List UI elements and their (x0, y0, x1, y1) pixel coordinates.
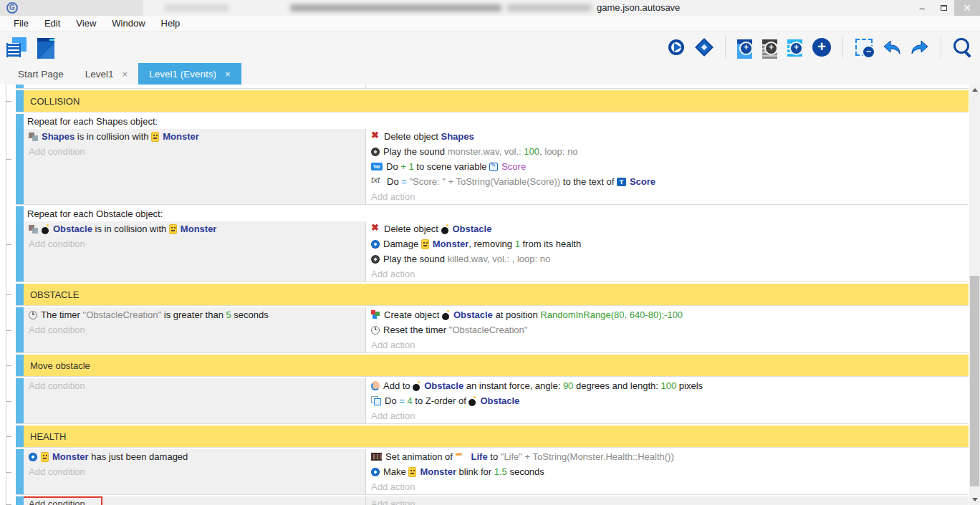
event-drag-handle[interactable] (16, 85, 24, 88)
menu-view[interactable]: View (68, 18, 104, 29)
tab-start-page[interactable]: Start Page (7, 63, 75, 85)
text-segment: Play the sound (383, 146, 448, 157)
search-icon[interactable] (951, 37, 973, 58)
maximize-icon[interactable] (933, 0, 954, 16)
close-tab-icon[interactable]: × (123, 69, 128, 80)
actions-column[interactable]: Set animation of Life to "Life" + ToStri… (365, 449, 969, 494)
event-action[interactable]: Add to Obstacle an instant force, angle:… (366, 378, 969, 393)
event-action[interactable]: Play the sound killed.wav, vol.: , loop:… (366, 251, 969, 266)
event-group-header[interactable]: HEALTH (24, 425, 969, 447)
play-icon[interactable] (668, 39, 684, 55)
event-condition[interactable]: The timer "ObstacleCreation" is greater … (24, 307, 365, 322)
menu-edit[interactable]: Edit (37, 18, 68, 29)
event-action[interactable]: Do = 4 to Z-order of Obstacle (366, 393, 969, 408)
event-action[interactable]: Delete object Obstacle (366, 221, 969, 236)
add-condition-button[interactable]: Add condition (24, 378, 365, 393)
event-group-header[interactable]: Move obstacle (24, 355, 969, 376)
add-comment-icon[interactable] (786, 38, 802, 54)
add-condition-button[interactable]: Add condition (24, 322, 365, 337)
add-action-button[interactable]: Add action (366, 479, 969, 494)
repeat-event-header[interactable]: Repeat for each Shapes object: (24, 114, 969, 129)
event-block[interactable]: Repeat for each Obstacle object:Obstacle… (16, 206, 969, 282)
event-drag-handle[interactable] (16, 206, 24, 282)
event-group[interactable]: HEALTH (16, 425, 969, 448)
event-block[interactable]: Add conditionAdd action (16, 496, 969, 505)
event-action[interactable]: Make Monster blink for 1.5 seconds (366, 464, 969, 479)
actions-column[interactable]: Add action (365, 496, 969, 505)
add-condition-button[interactable]: Add condition (24, 144, 365, 159)
add-new-icon[interactable] (811, 37, 832, 58)
add-action-button[interactable]: Add action (366, 496, 969, 505)
delete-icon (371, 224, 380, 234)
event-drag-handle[interactable] (16, 449, 24, 494)
actions-column[interactable]: Delete object ObstacleDamage Monster, re… (365, 221, 969, 282)
add-action-button[interactable]: Add action (366, 266, 969, 282)
event-action[interactable]: Do + 1 to scene variable Score (366, 159, 969, 174)
conditions-column[interactable]: Add condition (24, 496, 365, 505)
event-block[interactable]: The timer "ObstacleCreation" is greater … (16, 307, 969, 353)
tab-level1-events-[interactable]: Level1 (Events)× (138, 63, 241, 85)
event-drag-handle[interactable] (16, 114, 24, 204)
actions-column[interactable]: Create object Obstacle at position Rando… (365, 307, 969, 352)
redo-icon[interactable] (909, 37, 931, 58)
event-drag-handle[interactable] (16, 378, 24, 423)
add-condition-button[interactable]: Add condition (24, 464, 365, 479)
add-action-button[interactable]: Add action (366, 408, 969, 423)
add-action-button[interactable]: Add action (366, 189, 969, 204)
debug-icon[interactable] (693, 37, 715, 58)
conditions-column[interactable]: Obstacle is in collision with MonsterAdd… (24, 221, 365, 282)
conditions-column[interactable]: The timer "ObstacleCreation" is greater … (24, 307, 365, 352)
add-condition-button[interactable]: Add condition (24, 496, 365, 505)
event-drag-handle[interactable] (16, 355, 24, 376)
menu-help[interactable]: Help (153, 18, 188, 29)
add-event-icon[interactable] (736, 38, 751, 54)
unselect-all-icon[interactable] (853, 37, 875, 58)
event-group[interactable]: OBSTACLE (16, 284, 969, 306)
actions-column[interactable]: Add to Obstacle an instant force, angle:… (365, 378, 969, 423)
event-drag-handle[interactable] (16, 496, 24, 505)
conditions-column[interactable]: Shapes is in collision with MonsterAdd c… (24, 129, 365, 204)
event-block[interactable]: Add conditionAdd to Obstacle an instant … (16, 378, 969, 424)
conditions-column[interactable]: Monster has just been damagedAdd conditi… (24, 449, 365, 494)
close-tab-icon[interactable]: × (225, 69, 231, 80)
tab-level1[interactable]: Level1× (75, 63, 138, 85)
undo-icon[interactable] (881, 37, 903, 58)
event-block[interactable]: Repeat for each Shapes object:Shapes is … (16, 114, 969, 205)
actions-column[interactable]: Delete object ShapesPlay the sound monst… (365, 129, 969, 204)
event-action[interactable]: Damage Monster, removing 1 from its heal… (366, 236, 969, 251)
menu-window[interactable]: Window (104, 18, 153, 29)
event-action[interactable]: Reset the timer "ObstacleCreation" (366, 322, 969, 337)
event-drag-handle[interactable] (16, 284, 24, 305)
menu-file[interactable]: File (6, 18, 37, 29)
event-action[interactable]: Create object Obstacle at position Rando… (366, 307, 969, 322)
event-action[interactable]: Set animation of Life to "Life" + ToStri… (366, 449, 969, 464)
event-group-header[interactable]: COLLISION (24, 90, 969, 112)
project-manager-icon[interactable] (6, 37, 27, 58)
scroll-down-icon[interactable] (969, 494, 980, 505)
event-action[interactable]: Delete object Shapes (366, 129, 969, 144)
event-condition[interactable]: Shapes is in collision with Monster (24, 129, 365, 144)
event-group[interactable]: COLLISION (16, 90, 969, 112)
repeat-event-header[interactable]: Repeat for each Obstacle object: (24, 206, 969, 221)
start-page-icon-icon[interactable] (36, 37, 57, 58)
add-action-button[interactable]: Add action (366, 337, 969, 352)
event-action[interactable]: Do = "Score: " + ToString(Variable(Score… (366, 174, 969, 189)
add-condition-button[interactable]: Add condition (24, 236, 365, 251)
bomb-icon (413, 381, 421, 391)
event-condition[interactable]: Monster has just been damaged (24, 449, 365, 464)
conditions-column[interactable]: Add condition (24, 378, 365, 423)
add-sub-event-icon[interactable] (761, 38, 777, 54)
event-group-header[interactable]: OBSTACLE (24, 284, 969, 305)
event-drag-handle[interactable] (16, 425, 24, 447)
event-group[interactable]: Move obstacle (16, 355, 969, 377)
close-icon[interactable]: ✕ (954, 0, 980, 16)
event-block[interactable]: Monster has just been damagedAdd conditi… (16, 449, 969, 495)
vertical-scrollbar[interactable] (969, 85, 980, 505)
event-drag-handle[interactable] (16, 90, 24, 112)
scrollbar-thumb[interactable] (970, 276, 979, 486)
scroll-up-icon[interactable] (969, 85, 980, 95)
event-drag-handle[interactable] (16, 307, 24, 352)
event-action[interactable]: Play the sound monster.wav, vol.: 100, l… (366, 144, 969, 159)
minimize-icon[interactable]: – (911, 0, 933, 16)
event-condition[interactable]: Obstacle is in collision with Monster (24, 221, 365, 236)
